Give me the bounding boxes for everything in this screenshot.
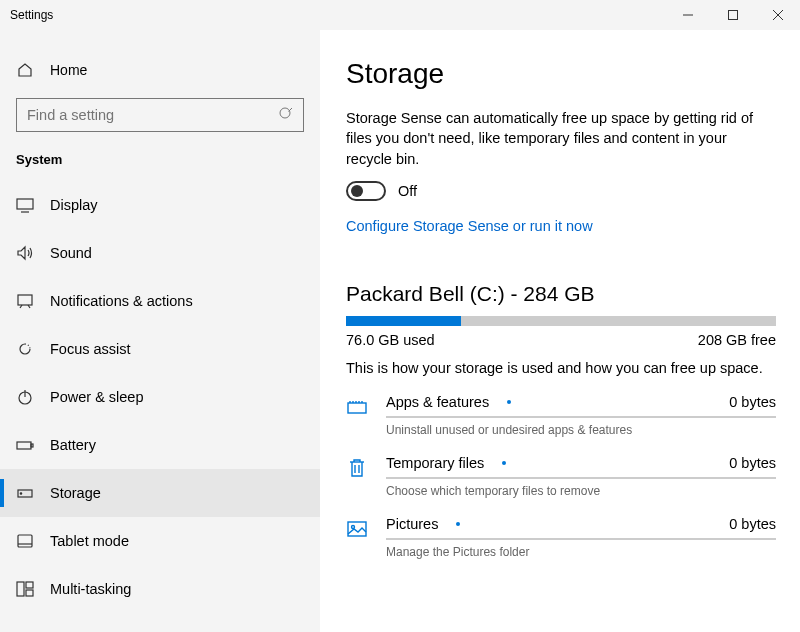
svg-point-29 [352, 525, 355, 528]
storage-icon [16, 484, 34, 502]
close-button[interactable] [755, 0, 800, 30]
window-controls [665, 0, 800, 30]
category-name: Apps & features [386, 394, 489, 410]
category-list: Apps & features 0 bytes Uninstall unused… [346, 394, 776, 559]
nav-battery[interactable]: Battery [0, 421, 320, 469]
nav-storage[interactable]: Storage [0, 469, 320, 517]
minimize-button[interactable] [665, 0, 710, 30]
drive-usage-fill [346, 316, 461, 326]
nav-notifications[interactable]: Notifications & actions [0, 277, 320, 325]
svg-rect-1 [728, 11, 737, 20]
usage-description: This is how your storage is used and how… [346, 360, 776, 376]
apps-icon [346, 394, 370, 437]
nav-label: Tablet mode [50, 533, 129, 549]
toggle-state-label: Off [398, 183, 417, 199]
svg-point-14 [20, 493, 21, 494]
svg-rect-17 [17, 582, 24, 596]
loading-dot-icon [502, 461, 506, 465]
category-size: 0 bytes [729, 394, 776, 410]
configure-storage-sense-link[interactable]: Configure Storage Sense or run it now [346, 218, 593, 234]
nav-tablet-mode[interactable]: Tablet mode [0, 517, 320, 565]
loading-dot-icon [507, 400, 511, 404]
loading-dot-icon [456, 522, 460, 526]
nav-label: Battery [50, 437, 96, 453]
category-name: Pictures [386, 516, 438, 532]
nav-label: Power & sleep [50, 389, 144, 405]
titlebar: Settings [0, 0, 800, 30]
nav-label: Sound [50, 245, 92, 261]
svg-rect-15 [18, 535, 32, 547]
free-label: 208 GB free [698, 332, 776, 348]
nav-sound[interactable]: Sound [0, 229, 320, 277]
sound-icon [16, 244, 34, 262]
search-input[interactable] [17, 99, 303, 131]
drive-usage-legend: 76.0 GB used 208 GB free [346, 332, 776, 348]
battery-icon [16, 436, 34, 454]
svg-point-4 [280, 108, 290, 118]
svg-rect-19 [26, 590, 33, 596]
home-icon [16, 62, 34, 78]
svg-rect-8 [18, 295, 32, 305]
category-pictures[interactable]: Pictures 0 bytes Manage the Pictures fol… [346, 516, 776, 559]
used-label: 76.0 GB used [346, 332, 435, 348]
category-name: Temporary files [386, 455, 484, 471]
nav-label: Focus assist [50, 341, 131, 357]
nav-label: Display [50, 197, 98, 213]
focus-icon [16, 340, 34, 358]
storage-sense-description: Storage Sense can automatically free up … [346, 108, 776, 169]
search-icon [278, 106, 294, 122]
category-size: 0 bytes [729, 516, 776, 532]
storage-sense-toggle[interactable] [346, 181, 386, 201]
window-title: Settings [10, 8, 53, 22]
svg-rect-11 [17, 442, 31, 449]
category-subtext: Choose which temporary files to remove [386, 484, 776, 498]
sidebar: Home System Display Sound Notifications … [0, 30, 320, 632]
nav-label: Notifications & actions [50, 293, 193, 309]
svg-rect-18 [26, 582, 33, 588]
category-temporary-files[interactable]: Temporary files 0 bytes Choose which tem… [346, 455, 776, 498]
category-apps-features[interactable]: Apps & features 0 bytes Uninstall unused… [346, 394, 776, 437]
nav-power-sleep[interactable]: Power & sleep [0, 373, 320, 421]
maximize-button[interactable] [710, 0, 755, 30]
display-icon [16, 196, 34, 214]
nav-label: Multi-tasking [50, 581, 131, 597]
search-box[interactable] [16, 98, 304, 132]
nav-multitasking[interactable]: Multi-tasking [0, 565, 320, 613]
main-content: Storage Storage Sense can automatically … [320, 30, 800, 632]
nav-label: Storage [50, 485, 101, 501]
svg-rect-12 [31, 444, 33, 447]
tablet-icon [16, 532, 34, 550]
home-nav[interactable]: Home [0, 50, 320, 90]
home-label: Home [50, 62, 87, 78]
category-bar [386, 416, 776, 418]
category-bar [386, 477, 776, 479]
nav-list: Display Sound Notifications & actions Fo… [0, 181, 320, 613]
category-size: 0 bytes [729, 455, 776, 471]
category-subtext: Manage the Pictures folder [386, 545, 776, 559]
multitasking-icon [16, 580, 34, 598]
notifications-icon [16, 292, 34, 310]
pictures-icon [346, 516, 370, 559]
page-title: Storage [346, 58, 776, 90]
svg-rect-6 [17, 199, 33, 209]
category-subtext: Uninstall unused or undesired apps & fea… [386, 423, 776, 437]
trash-icon [346, 455, 370, 498]
nav-focus-assist[interactable]: Focus assist [0, 325, 320, 373]
svg-rect-20 [348, 403, 366, 413]
category-bar [386, 538, 776, 540]
storage-sense-toggle-row: Off [346, 181, 776, 201]
drive-usage-bar [346, 316, 776, 326]
drive-title: Packard Bell (C:) - 284 GB [346, 282, 776, 306]
power-icon [16, 388, 34, 406]
nav-display[interactable]: Display [0, 181, 320, 229]
nav-group-label: System [0, 152, 320, 181]
